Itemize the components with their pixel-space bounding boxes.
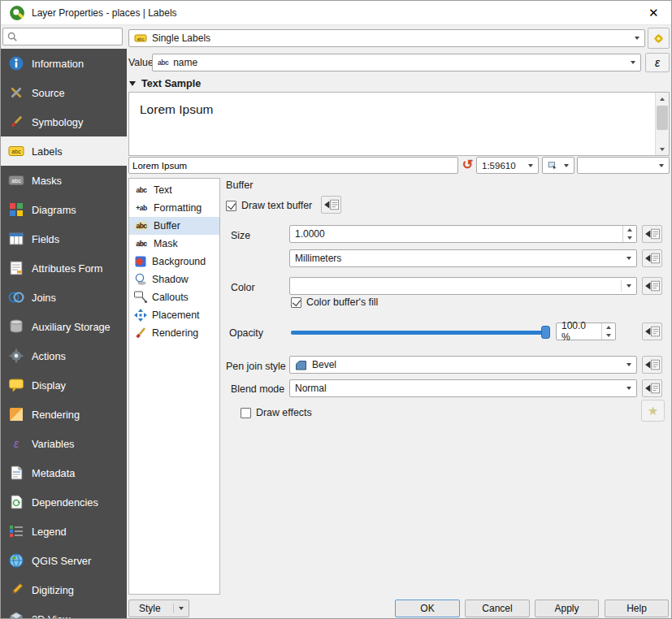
sidebar-item-information[interactable]: Information xyxy=(1,49,127,78)
effects-settings-button[interactable]: ★ xyxy=(641,400,665,422)
sidebar-item-display[interactable]: Display xyxy=(1,370,127,400)
data-defined-override-icon xyxy=(644,252,661,265)
svg-text:ε: ε xyxy=(14,437,20,450)
sidebar-item-diagrams[interactable]: Diagrams xyxy=(1,195,127,224)
tab-buffer[interactable]: abc Buffer xyxy=(129,217,219,235)
buffer-size-spinbox[interactable]: 1.0000 xyxy=(289,225,637,243)
size-increment-icon[interactable] xyxy=(623,226,636,234)
sidebar-item-source[interactable]: Source xyxy=(1,78,127,107)
text-sample-section-header[interactable]: Text Sample xyxy=(129,78,201,89)
tab-formatting[interactable]: +ab Formatting xyxy=(129,199,219,217)
auxiliary-storage-icon xyxy=(8,318,24,335)
draw-effects-checkbox[interactable] xyxy=(241,408,251,418)
opacity-label: Opacity xyxy=(229,327,263,339)
labeling-mode-value: Single Labels xyxy=(152,32,210,44)
labeling-mode-select[interactable]: abc Single Labels xyxy=(128,29,645,47)
sidebar-item-digitizing[interactable]: Digitizing xyxy=(1,575,127,604)
units-override-button[interactable] xyxy=(642,249,662,267)
opacity-spinbox[interactable]: 100.0 % xyxy=(556,322,616,340)
opacity-increment-icon[interactable] xyxy=(602,323,615,331)
sidebar-item-joins[interactable]: Joins xyxy=(1,283,127,312)
opacity-slider[interactable] xyxy=(291,325,550,340)
tab-background[interactable]: Background xyxy=(129,253,219,271)
svg-text:abc: abc xyxy=(11,149,21,154)
opacity-decrement-icon[interactable] xyxy=(602,331,615,340)
help-button[interactable]: Help xyxy=(605,600,669,617)
sidebar-item-rendering[interactable]: Rendering xyxy=(1,400,127,429)
rendering-tab-icon xyxy=(133,326,148,340)
sidebar-item-legend[interactable]: Legend xyxy=(1,517,127,546)
blend-mode-select[interactable]: Normal xyxy=(289,379,637,397)
callouts-tab-icon xyxy=(133,290,148,305)
buffer-color-button[interactable] xyxy=(289,277,637,295)
tab-shadow[interactable]: Shadow xyxy=(129,271,219,288)
scrollbar-thumb[interactable] xyxy=(657,106,668,130)
pen-join-style-select[interactable]: Bevel xyxy=(289,356,637,374)
joins-icon xyxy=(8,289,24,305)
draw-buffer-override-button[interactable] xyxy=(321,196,341,214)
cancel-button[interactable]: Cancel xyxy=(465,600,530,617)
sidebar-item-dependencies[interactable]: Dependencies xyxy=(1,487,127,517)
blend-override-button[interactable] xyxy=(642,379,662,397)
sample-text-input[interactable] xyxy=(128,157,458,174)
pen-join-override-button[interactable] xyxy=(642,356,662,374)
tab-placement[interactable]: Placement xyxy=(129,306,219,324)
draw-text-buffer-checkbox[interactable] xyxy=(226,201,236,211)
ok-button[interactable]: OK xyxy=(395,600,460,617)
collapse-caret-icon xyxy=(129,81,136,86)
opacity-slider-track[interactable] xyxy=(291,331,550,335)
sidebar-item-qgis-server[interactable]: QGIS Server xyxy=(1,546,127,575)
opacity-slider-handle[interactable] xyxy=(541,326,550,339)
apply-button[interactable]: Apply xyxy=(535,600,599,617)
labeling-engine-settings-button[interactable] xyxy=(648,28,670,49)
preview-scrollbar[interactable] xyxy=(655,93,669,155)
tab-rendering[interactable]: Rendering xyxy=(129,324,219,342)
tab-callouts[interactable]: Callouts xyxy=(129,288,219,306)
color-label: Color xyxy=(231,282,255,293)
tab-text[interactable]: abc Text xyxy=(129,181,219,199)
information-icon xyxy=(8,55,24,71)
placement-tab-icon xyxy=(133,308,148,322)
sidebar-item-variables[interactable]: ε Variables xyxy=(1,429,127,458)
expression-builder-button[interactable]: ε xyxy=(645,53,670,72)
sidebar-item-symbology[interactable]: Symbology xyxy=(1,107,127,136)
size-label: Size xyxy=(231,230,250,241)
preview-background-select[interactable] xyxy=(577,157,670,174)
search-icon xyxy=(7,31,18,42)
sidebar-item-3d-view[interactable]: 3D View xyxy=(1,604,127,619)
value-field-select[interactable]: abc name xyxy=(152,54,641,71)
color-override-button[interactable] xyxy=(642,277,662,295)
map-settings-select[interactable] xyxy=(542,157,574,174)
preview-scale-select[interactable]: 1:59610 xyxy=(476,157,539,174)
sidebar-item-actions[interactable]: Actions xyxy=(1,341,127,370)
actions-icon xyxy=(8,348,24,364)
buffer-tab-icon: abc xyxy=(133,222,150,230)
sidebar-search[interactable] xyxy=(2,28,123,45)
draw-effects-label: Draw effects xyxy=(256,407,312,418)
reset-sample-icon[interactable]: ↺ xyxy=(460,155,475,173)
tab-mask[interactable]: abc Mask xyxy=(129,235,219,253)
search-input[interactable] xyxy=(21,29,122,44)
sidebar-item-fields[interactable]: Fields xyxy=(1,224,127,253)
fields-icon xyxy=(8,231,24,247)
scroll-down-icon[interactable] xyxy=(656,143,669,155)
style-menu-button[interactable]: Style xyxy=(128,600,189,617)
size-units-select[interactable]: Millimeters xyxy=(289,249,637,267)
data-defined-override-icon xyxy=(644,279,661,292)
close-icon[interactable]: ✕ xyxy=(644,2,663,24)
buffer-section-title: Buffer xyxy=(226,180,253,191)
qgis-server-icon xyxy=(8,552,24,569)
sidebar-item-auxiliary-storage[interactable]: Auxiliary Storage xyxy=(1,312,127,341)
window-title: Layer Properties - places | Labels xyxy=(32,7,177,19)
pen-join-style-value: Bevel xyxy=(312,359,336,370)
size-override-button[interactable] xyxy=(642,225,662,243)
sidebar-item-masks[interactable]: abc Masks xyxy=(1,166,127,195)
sidebar-item-attributes-form[interactable]: Attributes Form xyxy=(1,253,127,283)
scroll-up-icon[interactable] xyxy=(656,93,669,105)
sidebar-item-labels[interactable]: abc Labels xyxy=(1,136,127,166)
opacity-override-button[interactable] xyxy=(642,322,662,340)
color-buffers-fill-checkbox[interactable] xyxy=(291,297,301,308)
sidebar-item-metadata[interactable]: Metadata xyxy=(1,458,127,487)
buffer-size-value: 1.0000 xyxy=(295,228,325,240)
size-decrement-icon[interactable] xyxy=(623,234,636,242)
